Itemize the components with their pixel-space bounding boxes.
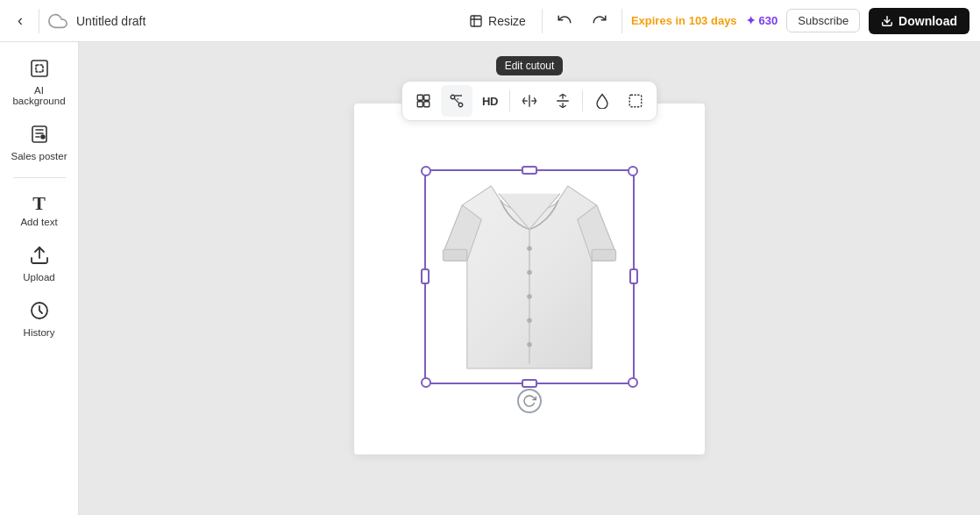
svg-rect-9 [424,95,430,100]
sidebar-item-add-text[interactable]: T Add text [6,187,73,234]
flip-v-icon [555,93,571,109]
select-grid-icon [415,93,431,109]
toolbar-tooltip: Edit cutout [496,56,564,75]
handle-mid-left[interactable] [421,268,430,284]
header-divider-2 [542,9,543,33]
svg-rect-2 [32,61,47,76]
svg-point-21 [527,246,531,250]
sales-poster-label: Sales poster [11,151,67,161]
svg-point-5 [41,135,45,139]
expires-text: Expires in 103 days [631,14,737,27]
svg-point-22 [527,269,531,274]
redo-button[interactable] [586,8,613,34]
toolbar-select-area-button[interactable] [620,85,651,117]
sidebar-item-sales-poster[interactable]: Sales poster [6,117,73,168]
shirt-svg [433,176,626,378]
toolbar-hd-button[interactable]: HD [474,85,506,117]
sidebar-item-upload[interactable]: Upload [6,238,73,290]
spark-icon: ✦ [746,14,756,27]
cloud-icon [48,11,67,31]
hd-text: HD [482,95,498,108]
download-button[interactable]: Download [869,8,969,34]
header-divider [39,9,39,33]
svg-rect-27 [592,249,615,261]
edit-cutout-toolbar: Edit cutout [401,56,657,121]
handle-top-left[interactable] [421,166,431,176]
resize-button[interactable]: Resize [462,11,533,32]
ai-background-icon [29,58,50,82]
svg-point-13 [458,103,463,107]
svg-rect-10 [417,102,423,107]
download-icon [881,15,893,27]
add-text-label: Add text [20,217,57,227]
header-divider-3 [621,9,622,33]
toolbar-select-button[interactable] [408,85,439,117]
cutout-icon [449,93,465,109]
sidebar-separator [13,177,66,178]
svg-rect-19 [629,95,642,107]
rotate-icon [522,394,536,408]
handle-top-right[interactable] [628,166,638,176]
svg-rect-26 [443,249,466,261]
document-title: Untitled draft [76,14,146,28]
handle-bottom-left[interactable] [421,377,431,388]
svg-rect-8 [417,95,423,100]
svg-point-23 [527,294,531,298]
select-area-icon [628,93,643,109]
sidebar-item-history[interactable]: History [6,293,73,345]
svg-point-25 [527,341,531,346]
handle-bottom-right[interactable] [628,377,638,388]
credits-display: ✦ 630 [746,14,778,27]
svg-point-24 [527,318,531,322]
ai-background-label: AI background [12,85,65,106]
svg-rect-4 [32,126,46,142]
flip-h-icon [522,93,537,109]
history-icon [29,300,50,324]
toolbar-flip-v-button[interactable] [547,85,579,117]
canvas-area: Edit cutout [79,42,980,515]
credits-count: 630 [759,14,778,27]
toolbar-flip-h-button[interactable] [514,85,545,117]
body: AI background Sales poster T Add text [0,42,980,515]
header: ‹ Untitled draft Resize Expires in 103 d… [0,0,980,42]
subscribe-button[interactable]: Subscribe [786,9,860,32]
toolbar-cutout-button[interactable] [441,85,472,117]
handle-mid-top[interactable] [522,166,537,175]
canvas-card [354,104,705,454]
upload-icon [29,245,50,268]
add-text-icon: T [32,194,46,213]
history-label: History [24,327,55,338]
opacity-icon [594,93,610,109]
toolbar-opacity-button[interactable] [586,85,618,117]
sidebar: AI background Sales poster T Add text [0,42,79,515]
shirt-image [433,176,626,378]
svg-rect-11 [424,102,430,107]
sidebar-item-ai-background[interactable]: AI background [6,51,73,113]
svg-point-12 [451,95,455,99]
upload-label: Upload [23,272,54,283]
handle-mid-right[interactable] [629,268,638,284]
handle-mid-bottom[interactable] [522,379,537,388]
undo-icon [557,11,572,27]
svg-rect-0 [471,16,481,26]
redo-icon [592,11,607,27]
toolbar-separator-2 [582,90,583,111]
back-button[interactable]: ‹ [11,8,30,33]
toolbar-separator-1 [509,90,510,111]
shirt-selection-container [424,169,635,406]
resize-icon [469,14,483,28]
rotate-handle[interactable] [517,389,542,413]
toolbar-button-group: HD [401,81,657,121]
undo-button[interactable] [551,8,578,34]
sales-poster-icon [29,124,50,147]
